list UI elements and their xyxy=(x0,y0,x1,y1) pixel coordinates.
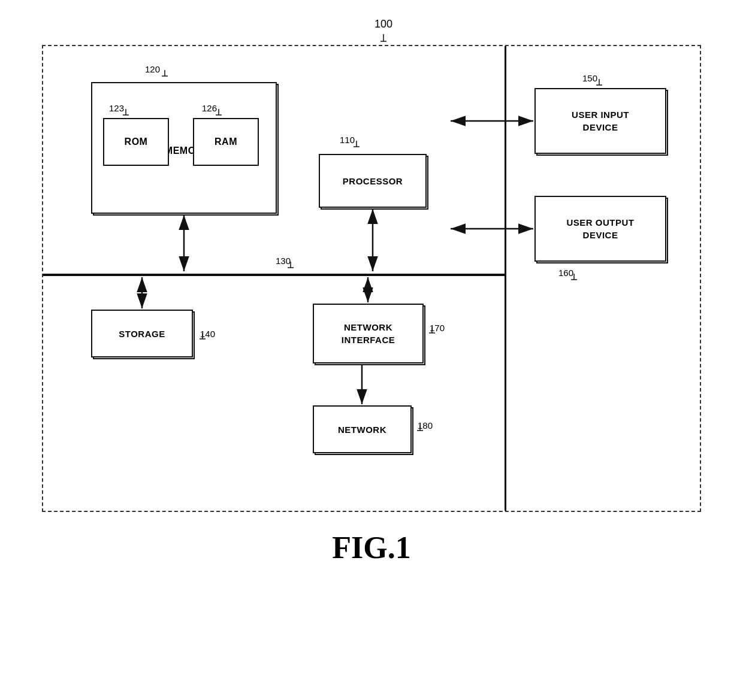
ram-label: RAM xyxy=(215,137,237,147)
ref-170-tick xyxy=(427,327,439,335)
vertical-divider xyxy=(505,46,506,511)
main-diagram-box: 130 MEMORY 120 ROM 123 xyxy=(42,45,701,512)
bus-line xyxy=(43,274,505,276)
ref-110-tick xyxy=(352,141,364,149)
rom-label: ROM xyxy=(125,137,148,147)
ref-160-tick xyxy=(569,274,581,282)
storage-label: STORAGE xyxy=(119,329,165,339)
network-box: NETWORK xyxy=(313,405,412,453)
ram-box: RAM xyxy=(193,118,259,166)
user-output-device-box: USER OUTPUT DEVICE xyxy=(534,196,666,262)
processor-box: PROCESSOR xyxy=(319,154,427,208)
user-input-device-box: USER INPUT DEVICE xyxy=(534,88,666,154)
ref-126-tick xyxy=(214,109,226,117)
network-interface-label: NETWORK INTERFACE xyxy=(342,321,395,346)
processor-label: PROCESSOR xyxy=(343,176,403,186)
ref-120: 120 xyxy=(145,64,160,74)
ref-150-tick xyxy=(594,79,606,87)
network-interface-box: NETWORK INTERFACE xyxy=(313,304,424,363)
ref-123-tick xyxy=(121,109,133,117)
user-input-device-label: USER INPUT DEVICE xyxy=(572,108,629,134)
page-container: 100 130 MEMORY 120 xyxy=(0,0,743,700)
rom-box: ROM xyxy=(103,118,169,166)
ref-130-tick xyxy=(286,262,298,274)
ref-180-tick xyxy=(415,425,427,433)
fig-label: FIG.1 xyxy=(332,530,410,565)
ref-120-tick xyxy=(160,70,172,82)
network-label: NETWORK xyxy=(338,425,386,435)
ref-140-tick xyxy=(198,333,210,341)
storage-box: STORAGE xyxy=(91,310,193,357)
ref-100: 100 xyxy=(374,18,392,31)
ref-100-tick xyxy=(374,34,392,43)
user-output-device-label: USER OUTPUT DEVICE xyxy=(566,216,634,241)
